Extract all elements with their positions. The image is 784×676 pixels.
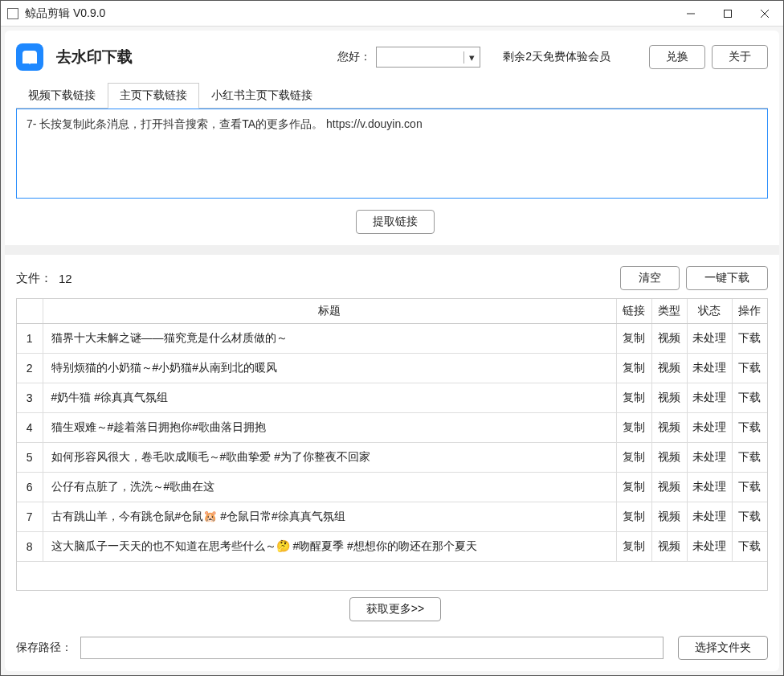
table-row: 6公仔有点脏了，洗洗～#歌曲在这复制视频未处理下载: [17, 473, 767, 502]
choose-folder-button[interactable]: 选择文件夹: [678, 636, 768, 660]
cell-index: 1: [17, 324, 43, 354]
copy-link-button[interactable]: 复制: [616, 443, 651, 473]
exchange-button[interactable]: 兑换: [649, 45, 705, 69]
window-controls: [672, 1, 783, 27]
download-button[interactable]: 下载: [732, 354, 767, 383]
maximize-button[interactable]: [709, 1, 746, 27]
page-title: 去水印下载: [56, 47, 133, 68]
cell-type: 视频: [651, 443, 687, 473]
table-row: 2特别烦猫的小奶猫～#小奶猫#从南到北的暖风复制视频未处理下载: [17, 354, 767, 383]
cell-type: 视频: [651, 502, 687, 532]
svg-rect-1: [725, 10, 732, 17]
results-table-scroll[interactable]: 标题 链接 类型 状态 操作 1猫界十大未解之谜——猫究竟是什么材质做的～复制视…: [17, 299, 767, 590]
cell-status: 未处理: [687, 502, 732, 532]
extract-button[interactable]: 提取链接: [356, 210, 435, 234]
cell-type: 视频: [651, 383, 687, 413]
copy-link-button[interactable]: 复制: [616, 473, 651, 502]
save-path-input[interactable]: [80, 637, 664, 659]
download-all-button[interactable]: 一键下载: [686, 266, 768, 290]
table-row: 7古有跳山羊，今有跳仓鼠#仓鼠🐹 #仓鼠日常#徐真真气氛组复制视频未处理下载: [17, 502, 767, 532]
maximize-icon: [723, 9, 733, 18]
table-row: 5如何形容风很大，卷毛吹成顺毛～#歌曲挚爱 #为了你整夜不回家复制视频未处理下载: [17, 443, 767, 473]
link-input[interactable]: [16, 109, 768, 199]
cell-index: 4: [17, 413, 43, 443]
extract-row: 提取链接: [16, 199, 768, 245]
cell-status: 未处理: [687, 443, 732, 473]
minimize-button[interactable]: [672, 1, 709, 27]
user-dropdown[interactable]: ▾: [376, 47, 480, 68]
cell-index: 3: [17, 383, 43, 413]
trial-text: 剩余2天免费体验会员: [503, 50, 610, 64]
load-more-button[interactable]: 获取更多>>: [349, 597, 441, 621]
download-button[interactable]: 下载: [732, 413, 767, 443]
table-row: 8这大脑瓜子一天天的也不知道在思考些什么～🤔 #吻醒夏季 #想想你的吻还在那个夏…: [17, 532, 767, 562]
cell-type: 视频: [651, 324, 687, 354]
section-divider: [5, 245, 779, 255]
tab-xiaohongshu-download[interactable]: 小红书主页下载链接: [199, 83, 325, 109]
cell-title: 猫生艰难～#趁着落日拥抱你#歌曲落日拥抱: [43, 413, 616, 443]
cell-index: 5: [17, 443, 43, 473]
cell-type: 视频: [651, 413, 687, 443]
cell-title: 这大脑瓜子一天天的也不知道在思考些什么～🤔 #吻醒夏季 #想想你的吻还在那个夏天: [43, 532, 616, 562]
tabs: 视频下载链接 主页下载链接 小红书主页下载链接: [16, 82, 768, 109]
header-row: 去水印下载 您好： ▾ 剩余2天免费体验会员 兑换 关于: [16, 40, 768, 82]
cell-status: 未处理: [687, 383, 732, 413]
download-button[interactable]: 下载: [732, 502, 767, 532]
download-button[interactable]: 下载: [732, 324, 767, 354]
col-header-op: 操作: [732, 299, 767, 324]
col-header-title: 标题: [43, 299, 616, 324]
tab-video-download[interactable]: 视频下载链接: [16, 83, 108, 109]
col-header-status: 状态: [687, 299, 732, 324]
cell-type: 视频: [651, 354, 687, 383]
table-row: 4猫生艰难～#趁着落日拥抱你#歌曲落日拥抱复制视频未处理下载: [17, 413, 767, 443]
titlebar: 鲸品剪辑 V0.9.0: [1, 1, 783, 27]
cell-status: 未处理: [687, 354, 732, 383]
app-small-icon: [7, 8, 18, 19]
cell-status: 未处理: [687, 473, 732, 502]
greeting-area: 您好： ▾: [337, 47, 480, 68]
col-header-type: 类型: [651, 299, 687, 324]
clear-button[interactable]: 清空: [620, 266, 680, 290]
cell-index: 6: [17, 473, 43, 502]
cell-index: 8: [17, 532, 43, 562]
more-row: 获取更多>>: [16, 591, 768, 628]
cell-status: 未处理: [687, 324, 732, 354]
copy-link-button[interactable]: 复制: [616, 413, 651, 443]
tab-homepage-download[interactable]: 主页下载链接: [108, 83, 199, 109]
files-count: 12: [59, 272, 72, 285]
cell-type: 视频: [651, 532, 687, 562]
col-header-index: [17, 299, 43, 324]
files-label: 文件：: [16, 271, 52, 286]
download-button[interactable]: 下载: [732, 473, 767, 502]
cell-title: 特别烦猫的小奶猫～#小奶猫#从南到北的暖风: [43, 354, 616, 383]
cell-title: 猫界十大未解之谜——猫究竟是什么材质做的～: [43, 324, 616, 354]
window-title: 鲸品剪辑 V0.9.0: [25, 6, 672, 21]
download-button[interactable]: 下载: [732, 383, 767, 413]
about-button[interactable]: 关于: [712, 45, 768, 69]
close-button[interactable]: [746, 1, 783, 27]
cell-title: 如何形容风很大，卷毛吹成顺毛～#歌曲挚爱 #为了你整夜不回家: [43, 443, 616, 473]
results-table-wrap: 标题 链接 类型 状态 操作 1猫界十大未解之谜——猫究竟是什么材质做的～复制视…: [16, 298, 768, 591]
download-button[interactable]: 下载: [732, 443, 767, 473]
save-row: 保存路径： 选择文件夹: [16, 628, 768, 662]
cell-title: 古有跳山羊，今有跳仓鼠#仓鼠🐹 #仓鼠日常#徐真真气氛组: [43, 502, 616, 532]
app-logo-icon: [16, 43, 43, 71]
table-row: 3#奶牛猫 #徐真真气氛组复制视频未处理下载: [17, 383, 767, 413]
download-button[interactable]: 下载: [732, 532, 767, 562]
table-row: 1猫界十大未解之谜——猫究竟是什么材质做的～复制视频未处理下载: [17, 324, 767, 354]
results-table: 标题 链接 类型 状态 操作 1猫界十大未解之谜——猫究竟是什么材质做的～复制视…: [17, 299, 767, 562]
cell-title: #奶牛猫 #徐真真气氛组: [43, 383, 616, 413]
copy-link-button[interactable]: 复制: [616, 383, 651, 413]
copy-link-button[interactable]: 复制: [616, 354, 651, 383]
app-window: 鲸品剪辑 V0.9.0 去水印下载 您好： ▾: [0, 0, 784, 676]
cell-index: 2: [17, 354, 43, 383]
col-header-link: 链接: [616, 299, 651, 324]
close-icon: [760, 9, 770, 18]
minimize-icon: [686, 9, 696, 18]
cell-status: 未处理: [687, 413, 732, 443]
copy-link-button[interactable]: 复制: [616, 532, 651, 562]
copy-link-button[interactable]: 复制: [616, 324, 651, 354]
save-path-label: 保存路径：: [16, 641, 72, 655]
copy-link-button[interactable]: 复制: [616, 502, 651, 532]
cell-status: 未处理: [687, 532, 732, 562]
